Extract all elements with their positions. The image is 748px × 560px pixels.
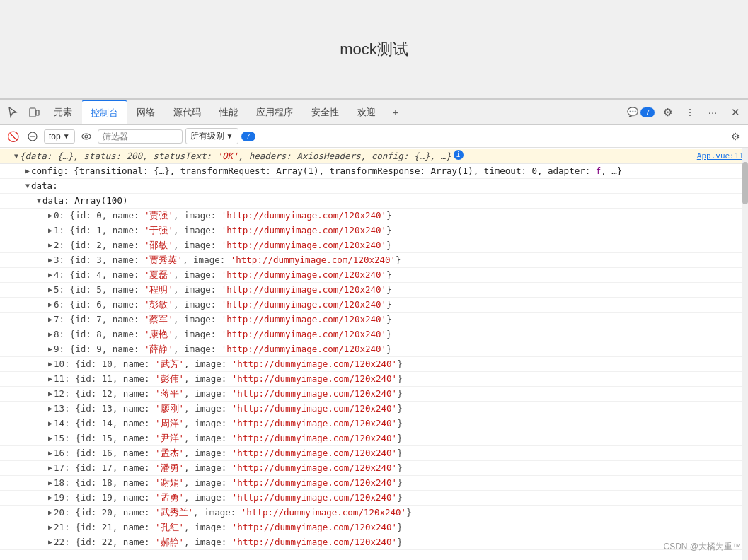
- level-selector[interactable]: 所有级别 ▼: [185, 128, 238, 144]
- array-item-17[interactable]: ▶17: {id: 17, name: '潘勇', image: 'http:/…: [0, 461, 748, 476]
- item-content-14: 14: {id: 14, name: '周洋', image: 'http://…: [54, 417, 403, 430]
- array-item-13[interactable]: ▶13: {id: 13, name: '廖刚', image: 'http:/…: [0, 402, 748, 416]
- log-text-array: data: Array(100): [42, 194, 127, 207]
- tab-welcome[interactable]: 欢迎: [349, 100, 384, 124]
- log-line-config[interactable]: ▶ config: {transitional: {…}, transformR…: [0, 164, 748, 179]
- info-icon-0[interactable]: i: [454, 150, 464, 160]
- tab-console[interactable]: 控制台: [82, 100, 127, 124]
- array-item-2[interactable]: ▶2: {id: 2, name: '邵敏', image: 'http://d…: [0, 238, 748, 253]
- expand-arrow-item-8[interactable]: ▶: [48, 328, 52, 341]
- expand-arrow-item-18[interactable]: ▶: [48, 477, 52, 489]
- watermark: CSDN @大橘为重™: [663, 541, 741, 553]
- expand-arrow-item-12[interactable]: ▶: [48, 387, 52, 400]
- devtools-tabs-right: 💬 7 ⚙ ··· ✕: [627, 103, 745, 122]
- scrollbar-thumb[interactable]: [742, 162, 748, 204]
- array-item-6[interactable]: ▶6: {id: 6, name: '彭敏', image: 'http://d…: [0, 298, 748, 313]
- expand-arrow-item-7[interactable]: ▶: [48, 313, 52, 326]
- item-content-12: 12: {id: 12, name: '蒋平', image: 'http://…: [54, 387, 403, 400]
- eye-icon[interactable]: [78, 128, 95, 145]
- expand-arrow-item-22[interactable]: ▶: [48, 536, 52, 549]
- expand-arrow-item-0[interactable]: ▶: [48, 209, 52, 222]
- scrollbar[interactable]: [742, 148, 748, 560]
- tab-application[interactable]: 应用程序: [248, 100, 301, 124]
- clear-icon[interactable]: [24, 128, 41, 145]
- array-item-14[interactable]: ▶14: {id: 14, name: '周洋', image: 'http:/…: [0, 416, 748, 431]
- expand-arrow-item-11[interactable]: ▶: [48, 373, 52, 385]
- expand-arrow-array[interactable]: ▼: [37, 194, 41, 207]
- array-item-21[interactable]: ▶21: {id: 21, name: '孔红', image: 'http:/…: [0, 520, 748, 535]
- browser-top: mock测试: [0, 0, 748, 99]
- expand-arrow-item-9[interactable]: ▶: [48, 343, 52, 356]
- array-item-8[interactable]: ▶8: {id: 8, name: '康艳', image: 'http://d…: [0, 327, 748, 342]
- svg-point-2: [689, 109, 691, 110]
- expand-arrow-item-1[interactable]: ▶: [48, 224, 52, 237]
- array-item-19[interactable]: ▶19: {id: 19, name: '孟勇', image: 'http:/…: [0, 491, 748, 506]
- array-item-11[interactable]: ▶11: {id: 11, name: '彭伟', image: 'http:/…: [0, 372, 748, 387]
- expand-arrow-data[interactable]: ▼: [25, 180, 30, 192]
- array-item-9[interactable]: ▶9: {id: 9, name: '薛静', image: 'http://d…: [0, 342, 748, 357]
- device-icon[interactable]: [24, 103, 44, 122]
- array-item-22[interactable]: ▶22: {id: 22, name: '郝静', image: 'http:/…: [0, 535, 748, 550]
- expand-arrow-config[interactable]: ▶: [25, 165, 30, 177]
- expand-arrow-item-21[interactable]: ▶: [48, 521, 52, 534]
- expand-arrow-item-20[interactable]: ▶: [48, 506, 52, 519]
- log-line-0[interactable]: ▼ {data: {…}, status: 200, statusText: '…: [0, 149, 748, 164]
- expand-arrow-item-4[interactable]: ▶: [48, 269, 52, 281]
- tab-performance[interactable]: 性能: [211, 100, 246, 124]
- log-line-array[interactable]: ▼ data: Array(100): [0, 194, 748, 209]
- tab-elements[interactable]: 元素: [45, 100, 81, 124]
- expand-arrow-0[interactable]: ▼: [14, 150, 18, 163]
- item-content-22: 22: {id: 22, name: '郝静', image: 'http://…: [54, 536, 403, 549]
- more-options-icon[interactable]: ···: [703, 103, 723, 122]
- svg-point-4: [689, 115, 691, 116]
- array-items: ▶0: {id: 0, name: '贾强', image: 'http://d…: [0, 209, 748, 550]
- expand-arrow-item-14[interactable]: ▶: [48, 417, 52, 430]
- tab-network[interactable]: 网络: [128, 100, 163, 124]
- expand-arrow-item-3[interactable]: ▶: [48, 254, 52, 267]
- page-title: mock测试: [340, 39, 408, 60]
- array-item-16[interactable]: ▶16: {id: 16, name: '孟杰', image: 'http:/…: [0, 446, 748, 461]
- inspect-icon[interactable]: [3, 103, 23, 122]
- expand-arrow-item-6[interactable]: ▶: [48, 298, 52, 311]
- expand-arrow-item-15[interactable]: ▶: [48, 432, 52, 445]
- log-line-data[interactable]: ▼ data:: [0, 179, 748, 194]
- expand-arrow-item-19[interactable]: ▶: [48, 491, 52, 504]
- tab-security[interactable]: 安全性: [303, 100, 347, 124]
- customize-icon[interactable]: [680, 103, 700, 122]
- array-item-3[interactable]: ▶3: {id: 3, name: '贾秀英', image: 'http://…: [0, 253, 748, 268]
- array-item-0[interactable]: ▶0: {id: 0, name: '贾强', image: 'http://d…: [0, 209, 748, 223]
- array-item-5[interactable]: ▶5: {id: 5, name: '程明', image: 'http://d…: [0, 283, 748, 298]
- item-content-5: 5: {id: 5, name: '程明', image: 'http://du…: [54, 284, 392, 296]
- expand-arrow-item-13[interactable]: ▶: [48, 402, 52, 415]
- console-content[interactable]: ▼ {data: {…}, status: 200, statusText: '…: [0, 148, 748, 560]
- log-source-0[interactable]: App.vue:11: [690, 150, 744, 163]
- filter-input[interactable]: [98, 129, 183, 144]
- settings-icon[interactable]: ⚙: [657, 103, 677, 122]
- expand-arrow-item-2[interactable]: ▶: [48, 239, 52, 252]
- array-item-4[interactable]: ▶4: {id: 4, name: '夏磊', image: 'http://d…: [0, 268, 748, 283]
- clear-console-button[interactable]: 🚫: [4, 128, 21, 145]
- item-content-7: 7: {id: 7, name: '蔡军', image: 'http://du…: [54, 313, 392, 326]
- array-item-12[interactable]: ▶12: {id: 12, name: '蒋平', image: 'http:/…: [0, 387, 748, 402]
- console-log-area: ▼ {data: {…}, status: 200, statusText: '…: [0, 148, 748, 552]
- array-item-18[interactable]: ▶18: {id: 18, name: '谢娟', image: 'http:/…: [0, 476, 748, 491]
- array-item-20[interactable]: ▶20: {id: 20, name: '武秀兰', image: 'http:…: [0, 506, 748, 520]
- array-item-10[interactable]: ▶10: {id: 10, name: '武芳', image: 'http:/…: [0, 357, 748, 372]
- expand-arrow-item-5[interactable]: ▶: [48, 284, 52, 296]
- devtools-tab-bar: 元素 控制台 网络 源代码 性能 应用程序 安全性 欢迎 + 💬 7 ⚙: [0, 100, 748, 125]
- add-tab-button[interactable]: +: [386, 103, 405, 122]
- array-item-7[interactable]: ▶7: {id: 7, name: '蔡军', image: 'http://d…: [0, 313, 748, 327]
- context-selector[interactable]: top ▼: [44, 129, 75, 144]
- expand-arrow-item-10[interactable]: ▶: [48, 358, 52, 371]
- expand-arrow-item-16[interactable]: ▶: [48, 447, 52, 460]
- close-devtools-button[interactable]: ✕: [725, 103, 745, 122]
- expand-arrow-item-17[interactable]: ▶: [48, 462, 52, 474]
- tab-sources[interactable]: 源代码: [165, 100, 209, 124]
- array-item-15[interactable]: ▶15: {id: 15, name: '尹洋', image: 'http:/…: [0, 431, 748, 446]
- item-content-11: 11: {id: 11, name: '彭伟', image: 'http://…: [54, 373, 403, 385]
- item-content-8: 8: {id: 8, name: '康艳', image: 'http://du…: [54, 328, 392, 341]
- console-settings-icon[interactable]: ⚙: [727, 128, 744, 145]
- item-content-13: 13: {id: 13, name: '廖刚', image: 'http://…: [54, 402, 403, 415]
- item-content-2: 2: {id: 2, name: '邵敏', image: 'http://du…: [54, 239, 392, 252]
- array-item-1[interactable]: ▶1: {id: 1, name: '于强', image: 'http://d…: [0, 223, 748, 238]
